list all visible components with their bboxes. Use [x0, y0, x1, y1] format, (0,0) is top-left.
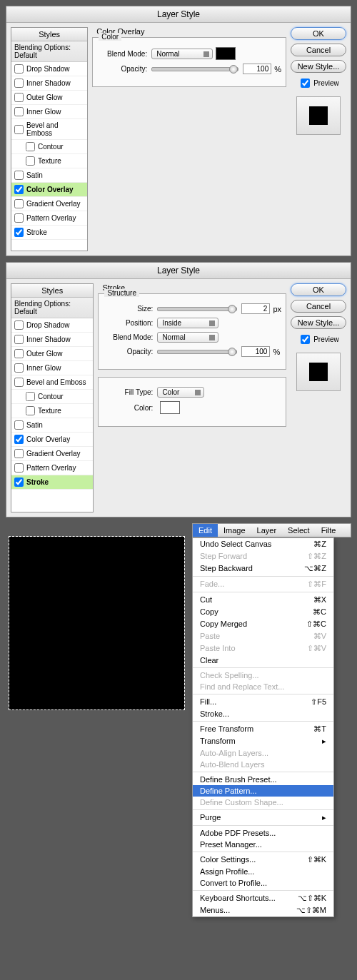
ok-button[interactable]: OK: [291, 27, 346, 40]
menu-item-define-pattern-[interactable]: Define Pattern...: [193, 785, 333, 797]
menu-item-clear[interactable]: Clear: [193, 655, 333, 666]
style-item-inner-shadow[interactable]: Inner Shadow: [11, 333, 93, 347]
position-select[interactable]: Inside: [157, 318, 218, 328]
size-input[interactable]: 2: [241, 303, 270, 314]
menu-item-convert-to-profile-[interactable]: Convert to Profile...: [193, 877, 333, 889]
menu-item-define-brush-preset-[interactable]: Define Brush Preset...: [193, 774, 333, 785]
menu-item-assign-profile-[interactable]: Assign Profile...: [193, 866, 333, 877]
style-item-gradient-overlay[interactable]: Gradient Overlay: [11, 447, 93, 461]
edit-menu-dropdown: Undo Select Canvas⌘ZStep Forward⇧⌘ZStep …: [192, 537, 334, 917]
style-item-inner-glow[interactable]: Inner Glow: [11, 105, 87, 119]
style-item-pattern-overlay[interactable]: Pattern Overlay: [11, 211, 87, 226]
size-label: Size:: [103, 305, 153, 313]
opacity-slider[interactable]: [157, 350, 237, 354]
style-item-contour[interactable]: Contour: [11, 390, 93, 404]
menu-item-stroke-[interactable]: Stroke...: [193, 708, 333, 719]
styles-header[interactable]: Styles: [11, 284, 93, 298]
fieldset-legend: Color: [99, 33, 121, 41]
preview-checkbox[interactable]: Preview: [298, 76, 339, 90]
style-item-color-overlay[interactable]: Color Overlay: [11, 433, 93, 447]
menu-filter[interactable]: Filte: [316, 524, 342, 537]
fill-type-select[interactable]: Color: [157, 387, 204, 398]
color-swatch[interactable]: [216, 47, 236, 60]
style-item-inner-shadow[interactable]: Inner Shadow: [11, 76, 87, 91]
style-item-inner-glow[interactable]: Inner Glow: [11, 361, 93, 375]
menu-item-menus-[interactable]: Menus...⌥⇧⌘M: [193, 904, 333, 916]
blending-options[interactable]: Blending Options: Default: [11, 298, 93, 318]
opacity-input[interactable]: 100: [243, 64, 271, 74]
menu-item-paste-into: Paste Into⇧⌘V: [193, 642, 333, 655]
preview-box: [296, 353, 341, 391]
style-item-drop-shadow[interactable]: Drop Shadow: [11, 62, 87, 76]
style-item-outer-glow[interactable]: Outer Glow: [11, 91, 87, 105]
style-item-outer-glow[interactable]: Outer Glow: [11, 347, 93, 361]
menu-item-paste: Paste⌘V: [193, 630, 333, 642]
opacity-unit: %: [273, 348, 280, 356]
styles-list: Styles Blending Options: Default Drop Sh…: [11, 27, 88, 251]
ok-button[interactable]: OK: [291, 283, 346, 296]
menu-item-keyboard-shortcuts-[interactable]: Keyboard Shortcuts...⌥⇧⌘K: [193, 892, 333, 904]
color-fieldset: Color Blend Mode: Normal Opacity: 100 %: [92, 37, 286, 87]
menubar: Edit Image Layer Select Filte: [192, 523, 351, 537]
menu-item-define-custom-shape-: Define Custom Shape...: [193, 797, 333, 808]
opacity-input[interactable]: 100: [241, 346, 270, 357]
preview-checkbox[interactable]: Preview: [298, 333, 339, 346]
fill-fieldset: Fill Type:Color Color:: [98, 377, 286, 427]
menu-item-auto-align-layers-: Auto-Align Layers...: [193, 747, 333, 759]
style-item-stroke[interactable]: Stroke: [11, 226, 87, 240]
style-item-bevel-and-emboss[interactable]: Bevel and Emboss: [11, 375, 93, 390]
styles-list: Styles Blending Options: Default Drop Sh…: [11, 283, 94, 512]
menu-item-check-spelling-: Check Spelling...: [193, 670, 333, 681]
style-item-stroke[interactable]: Stroke: [11, 475, 93, 490]
menu-item-find-and-replace-text-: Find and Replace Text...: [193, 681, 333, 692]
menu-item-step-backward[interactable]: Step Backward⌥⌘Z: [193, 562, 333, 575]
menu-item-free-transform[interactable]: Free Transform⌘T: [193, 723, 333, 735]
size-unit: px: [273, 305, 281, 313]
menu-item-purge[interactable]: Purge▸: [193, 812, 333, 824]
menu-item-adobe-pdf-presets-[interactable]: Adobe PDF Presets...: [193, 827, 333, 839]
style-item-color-overlay[interactable]: Color Overlay: [11, 183, 87, 197]
new-style-button[interactable]: New Style...: [291, 316, 346, 329]
size-slider[interactable]: [157, 307, 237, 311]
fieldset-legend: Structure: [104, 289, 139, 297]
blending-options[interactable]: Blending Options: Default: [11, 41, 87, 62]
dialog-title: Layer Style: [6, 6, 351, 23]
styles-header[interactable]: Styles: [11, 28, 87, 41]
cancel-button[interactable]: Cancel: [291, 44, 346, 56]
style-item-texture[interactable]: Texture: [11, 404, 93, 418]
style-item-drop-shadow[interactable]: Drop Shadow: [11, 318, 93, 333]
menu-image[interactable]: Image: [218, 524, 251, 537]
menu-select[interactable]: Select: [282, 524, 316, 537]
opacity-slider[interactable]: [151, 67, 238, 71]
style-item-pattern-overlay[interactable]: Pattern Overlay: [11, 461, 93, 475]
menu-item-color-settings-[interactable]: Color Settings...⇧⌘K: [193, 854, 333, 866]
style-item-satin[interactable]: Satin: [11, 168, 87, 183]
layer-style-dialog-2: Layer Style Styles Blending Options: Def…: [6, 262, 351, 517]
menu-item-undo-select-canvas[interactable]: Undo Select Canvas⌘Z: [193, 538, 333, 550]
blend-mode-select[interactable]: Normal: [151, 49, 213, 59]
style-item-bevel-and-emboss[interactable]: Bevel and Emboss: [11, 119, 87, 140]
blend-mode-label: Blend Mode:: [97, 50, 147, 58]
style-item-gradient-overlay[interactable]: Gradient Overlay: [11, 197, 87, 211]
menu-item-preset-manager-[interactable]: Preset Manager...: [193, 839, 333, 850]
menu-edit[interactable]: Edit: [193, 524, 218, 537]
menu-item-step-forward: Step Forward⇧⌘Z: [193, 550, 333, 562]
canvas-content: [9, 537, 184, 709]
canvas-selection[interactable]: [9, 536, 185, 710]
color-swatch[interactable]: [160, 401, 180, 414]
menu-item-cut[interactable]: Cut⌘X: [193, 594, 333, 606]
structure-fieldset: Structure Size:2px Position:Inside Blend…: [98, 293, 286, 370]
color-label: Color:: [103, 404, 153, 412]
cancel-button[interactable]: Cancel: [291, 300, 346, 313]
new-style-button[interactable]: New Style...: [291, 60, 346, 73]
menu-item-transform[interactable]: Transform▸: [193, 735, 333, 747]
menu-layer[interactable]: Layer: [251, 524, 283, 537]
menu-item-copy-merged[interactable]: Copy Merged⇧⌘C: [193, 618, 333, 630]
preview-box: [296, 96, 341, 135]
style-item-texture[interactable]: Texture: [11, 154, 87, 168]
menu-item-fill-[interactable]: Fill...⇧F5: [193, 696, 333, 708]
style-item-satin[interactable]: Satin: [11, 418, 93, 433]
blend-mode-select[interactable]: Normal: [157, 332, 218, 343]
menu-item-copy[interactable]: Copy⌘C: [193, 606, 333, 618]
style-item-contour[interactable]: Contour: [11, 140, 87, 154]
